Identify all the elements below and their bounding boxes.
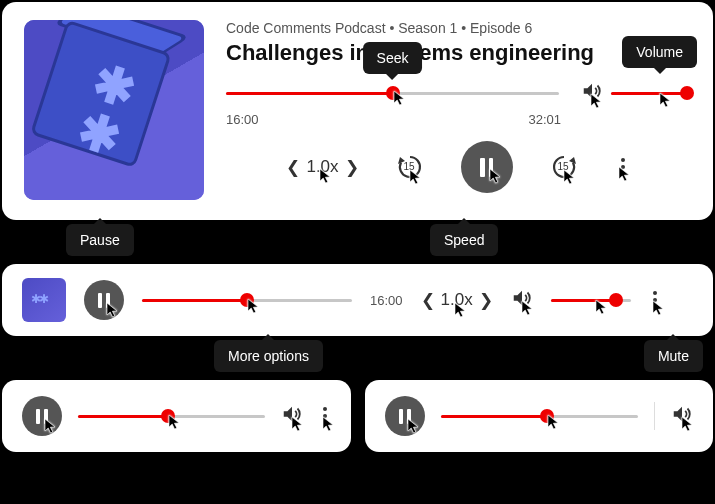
more-options-tooltip: More options [214,340,323,372]
chevron-right-icon[interactable]: ❯ [479,290,493,311]
more-options-button[interactable] [649,287,661,313]
episode-title: Challenges in systems engineering [226,40,691,66]
volume-icon[interactable] [281,403,303,429]
time-elapsed: 16:00 [226,112,259,127]
speed-control[interactable]: ❮ 1.0x ❯ [286,157,358,178]
volume-icon[interactable] [581,80,603,106]
skip-forward-button[interactable]: 15 [549,152,579,182]
speed-control[interactable]: ❮ 1.0x ❯ [421,290,493,311]
pause-button[interactable] [385,396,425,436]
player-small-b: Mute [365,380,714,452]
pause-button[interactable] [84,280,124,320]
more-options-button[interactable] [615,152,631,182]
chevron-left-icon[interactable]: ❮ [421,290,435,311]
seek-slider[interactable] [78,409,265,423]
pause-button[interactable] [22,396,62,436]
volume-slider[interactable] [551,293,631,307]
speed-value: 1.0x [441,290,473,310]
speed-tooltip: Speed [430,224,498,256]
volume-slider[interactable] [611,86,691,100]
divider [654,402,655,430]
seek-slider[interactable]: Seek [226,86,559,100]
pause-button[interactable] [461,141,513,193]
mute-icon[interactable] [671,403,693,429]
seek-tooltip: Seek [363,42,423,74]
album-art: ✱✱ [24,20,204,200]
more-options-button[interactable] [319,403,331,429]
album-art [22,278,66,322]
seek-slider[interactable] [441,409,639,423]
volume-tooltip: Volume [622,36,697,68]
chevron-left-icon[interactable]: ❮ [286,157,300,178]
time-total: 32:01 [528,112,561,127]
pause-tooltip: Pause [66,224,134,256]
time-elapsed: 16:00 [370,293,403,308]
player-small-a: More options [2,380,351,452]
volume-icon[interactable] [511,287,533,313]
seek-slider[interactable] [142,293,352,307]
breadcrumb: Code Comments Podcast • Season 1 • Episo… [226,20,691,36]
chevron-right-icon[interactable]: ❯ [345,157,359,178]
speed-value: 1.0x [306,157,338,177]
skip-back-button[interactable]: 15 [395,152,425,182]
player-large: ✱✱ Code Comments Podcast • Season 1 • Ep… [2,2,713,220]
player-medium: Pause Speed 16:00 ❮ 1.0x ❯ [2,264,713,336]
mute-tooltip: Mute [644,340,703,372]
